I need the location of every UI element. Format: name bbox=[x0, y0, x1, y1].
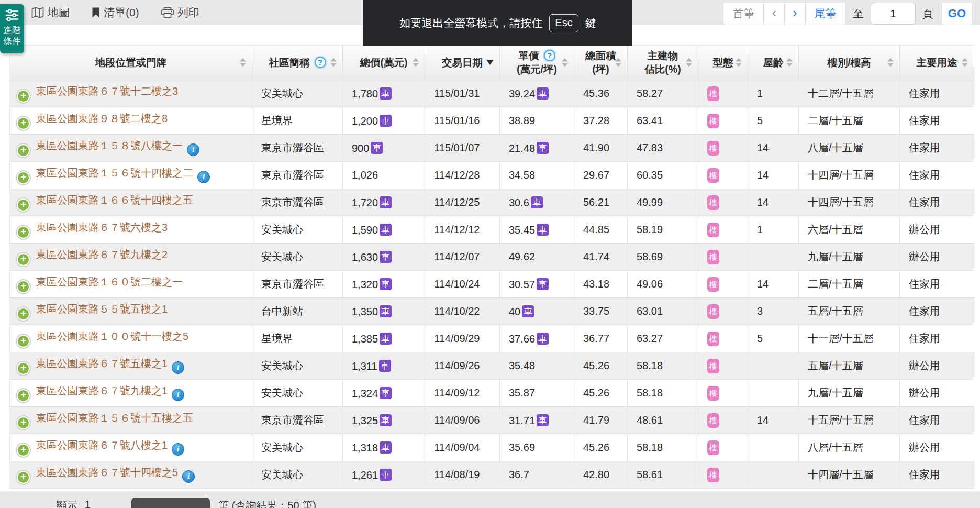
price-car-badge: 車 bbox=[371, 142, 383, 154]
expand-plus-icon[interactable] bbox=[17, 144, 30, 157]
info-icon[interactable] bbox=[172, 389, 184, 401]
row-address[interactable]: 東區公園東路１５６號十四樓之二 bbox=[36, 167, 193, 179]
row-address[interactable]: 東區公園東路６７號九樓之2 bbox=[36, 249, 168, 260]
column-help-icon[interactable] bbox=[544, 50, 555, 61]
row-address[interactable]: 東區公園東路５５號五樓之1 bbox=[36, 303, 168, 315]
expand-plus-icon[interactable] bbox=[17, 226, 30, 239]
expand-plus-icon[interactable] bbox=[17, 444, 30, 457]
row-address[interactable]: 東區公園東路６７號八樓之1 bbox=[36, 439, 168, 451]
row-address[interactable]: 東區公園東路１６０號二樓之一 bbox=[36, 276, 183, 288]
table-row[interactable]: 東區公園東路１５６號十四樓之二 東京市澀谷區 1,026 114/12/28 3… bbox=[10, 162, 974, 189]
expand-plus-icon[interactable] bbox=[17, 335, 30, 348]
prev-page-button[interactable]: ‹ bbox=[764, 3, 785, 25]
row-address[interactable]: 東區公園東路１６６號十四樓之五 bbox=[36, 194, 193, 206]
row-date: 114/09/26 bbox=[425, 352, 500, 380]
info-icon[interactable] bbox=[182, 470, 195, 483]
table-row[interactable]: 東區公園東路１５６號十五樓之五 東京市澀谷區 1,325車 114/09/06 … bbox=[10, 407, 974, 434]
table-row[interactable]: 東區公園東路６７號十二樓之3 安美城心 1,780車 115/01/31 39.… bbox=[10, 80, 974, 107]
sort-toggle-icon[interactable] bbox=[240, 58, 246, 67]
sort-toggle-icon[interactable] bbox=[413, 58, 419, 67]
row-address[interactable]: 東區公園東路１００號十一樓之5 bbox=[36, 330, 188, 342]
table-row[interactable]: 東區公園東路６７號五樓之1 安美城心 1,311車 114/09/26 35.4… bbox=[10, 352, 974, 380]
column-header-price[interactable]: 總價(萬元) bbox=[343, 45, 425, 80]
sort-toggle-icon[interactable] bbox=[330, 58, 337, 67]
sort-toggle-icon[interactable] bbox=[887, 58, 894, 67]
last-page-button[interactable]: 尾筆 bbox=[806, 3, 845, 25]
column-header-date[interactable]: 交易日期 bbox=[425, 45, 500, 80]
sort-toggle-icon[interactable] bbox=[736, 58, 742, 67]
info-icon[interactable] bbox=[172, 443, 184, 456]
table-row[interactable]: 東區公園東路１６６號十四樓之五 東京市澀谷區 1,720車 114/12/25 … bbox=[10, 189, 974, 216]
column-header-address[interactable]: 地段位置或門牌 bbox=[10, 45, 252, 80]
row-type-badge: 樓 bbox=[707, 359, 719, 373]
table-row[interactable]: 東區公園東路５５號五樓之1 台中新站 1,350車 114/10/22 40車 … bbox=[10, 298, 974, 325]
row-community: 安美城心 bbox=[252, 244, 343, 271]
list-button[interactable]: 清單(0) bbox=[92, 5, 139, 20]
row-address[interactable]: 東區公園東路６７號五樓之1 bbox=[36, 358, 168, 369]
unit-car-badge: 車 bbox=[537, 414, 549, 426]
info-icon[interactable] bbox=[187, 143, 199, 156]
row-address[interactable]: 東區公園東路１５８號八樓之一 bbox=[36, 140, 183, 151]
first-page-button[interactable]: 首筆 bbox=[723, 3, 764, 25]
row-age: 14 bbox=[748, 189, 799, 216]
row-type-badge: 樓 bbox=[707, 413, 719, 428]
column-header-age[interactable]: 屋齡 bbox=[748, 45, 799, 80]
table-row[interactable]: 東區公園東路６７號六樓之3 安美城心 1,590車 114/12/12 35.4… bbox=[10, 216, 974, 244]
expand-plus-icon[interactable] bbox=[17, 253, 30, 266]
info-icon[interactable] bbox=[172, 361, 184, 374]
row-age bbox=[748, 380, 799, 407]
row-usage: 住家用 bbox=[900, 107, 974, 135]
expand-plus-icon[interactable] bbox=[17, 307, 30, 321]
sort-toggle-icon[interactable] bbox=[786, 58, 793, 67]
expand-plus-icon[interactable] bbox=[17, 389, 30, 402]
column-header-area[interactable]: 總面積 (坪) bbox=[574, 45, 628, 80]
print-button[interactable]: 列印 bbox=[161, 5, 199, 20]
row-address[interactable]: 東區公園東路１５６號十五樓之五 bbox=[36, 412, 193, 424]
row-address[interactable]: 東區公園東路６７號十四樓之5 bbox=[36, 467, 178, 478]
sort-toggle-icon[interactable] bbox=[686, 58, 692, 67]
sort-toggle-icon[interactable] bbox=[615, 58, 621, 67]
page-size-select[interactable] bbox=[131, 498, 210, 508]
expand-plus-icon[interactable] bbox=[17, 198, 30, 212]
column-header-ratio[interactable]: 主建物 佔比(%) bbox=[628, 45, 698, 80]
table-row[interactable]: 東區公園東路９８號二樓之8 星境界 1,200車 115/01/16 38.89… bbox=[10, 107, 974, 135]
sort-toggle-icon[interactable] bbox=[562, 58, 568, 67]
expand-plus-icon[interactable] bbox=[17, 280, 30, 293]
row-unit-price: 37.66 bbox=[509, 333, 535, 345]
advanced-conditions-button[interactable]: 進階 條件 bbox=[0, 4, 24, 53]
page-number-input[interactable] bbox=[871, 3, 916, 25]
sort-toggle-icon[interactable] bbox=[962, 58, 968, 67]
table-row[interactable]: 東區公園東路６７號八樓之1 安美城心 1,318車 114/09/04 35.6… bbox=[10, 434, 974, 461]
table-row[interactable]: 東區公園東路１５８號八樓之一 東京市澀谷區 900車 115/01/07 21.… bbox=[10, 135, 974, 162]
map-button[interactable]: 地圖 bbox=[31, 5, 70, 20]
column-help-icon[interactable] bbox=[315, 57, 326, 68]
expand-plus-icon[interactable] bbox=[17, 471, 30, 484]
row-address[interactable]: 東區公園東路９８號二樓之8 bbox=[36, 113, 168, 124]
row-unit-price: 38.89 bbox=[509, 115, 535, 126]
column-header-usage[interactable]: 主要用途 bbox=[900, 45, 974, 80]
next-page-button[interactable]: › bbox=[785, 3, 806, 25]
column-header-type[interactable]: 型態 bbox=[698, 45, 748, 80]
expand-plus-icon[interactable] bbox=[17, 171, 30, 184]
row-price: 1,026 bbox=[352, 169, 378, 181]
row-area: 45.26 bbox=[574, 352, 628, 380]
table-row[interactable]: 東區公園東路６７號九樓之1 安美城心 1,324車 114/09/12 35.8… bbox=[10, 380, 974, 407]
table-row[interactable]: 東區公園東路１００號十一樓之5 星境界 1,385車 114/09/29 37.… bbox=[10, 325, 974, 352]
expand-plus-icon[interactable] bbox=[17, 362, 30, 375]
row-address[interactable]: 東區公園東路６７號十二樓之3 bbox=[36, 85, 178, 97]
row-address[interactable]: 東區公園東路６７號九樓之1 bbox=[36, 385, 168, 396]
expand-plus-icon[interactable] bbox=[17, 117, 30, 130]
sort-desc-icon[interactable] bbox=[486, 60, 494, 65]
table-row[interactable]: 東區公園東路１６０號二樓之一 東京市澀谷區 1,320車 114/10/24 3… bbox=[10, 271, 974, 298]
column-header-community[interactable]: 社區簡稱 bbox=[252, 45, 343, 80]
expand-plus-icon[interactable] bbox=[17, 90, 30, 103]
column-header-floor[interactable]: 樓別/樓高 bbox=[799, 45, 900, 80]
go-button[interactable]: GO bbox=[941, 2, 973, 25]
price-car-badge: 車 bbox=[380, 196, 392, 208]
row-address[interactable]: 東區公園東路６７號六樓之3 bbox=[36, 222, 168, 233]
table-row[interactable]: 東區公園東路６７號十四樓之5 安美城心 1,261車 114/08/19 36.… bbox=[10, 461, 974, 489]
column-header-unit-price[interactable]: 單價 (萬元/坪) bbox=[500, 45, 574, 80]
expand-plus-icon[interactable] bbox=[17, 416, 30, 429]
info-icon[interactable] bbox=[197, 171, 210, 183]
table-row[interactable]: 東區公園東路６７號九樓之2 安美城心 1,630車 114/12/07 49.6… bbox=[10, 244, 974, 271]
